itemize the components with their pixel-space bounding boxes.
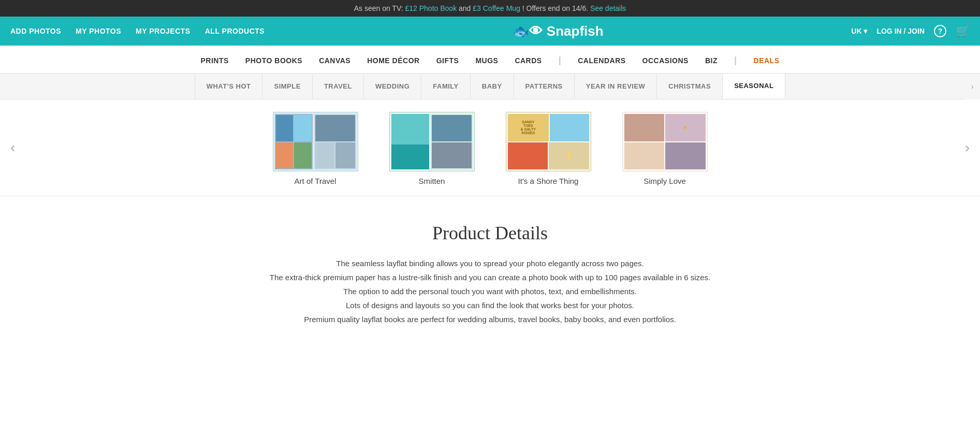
cat-mugs[interactable]: MUGS bbox=[475, 56, 498, 65]
cat-canvas[interactable]: CANVAS bbox=[319, 56, 350, 65]
logo[interactable]: 🐟👁 Snapfish bbox=[513, 23, 604, 39]
chevron-down-icon: ▾ bbox=[864, 27, 867, 35]
cat-biz[interactable]: BIZ bbox=[705, 56, 718, 65]
product-detail-line-1: The seamless layflat binding allows you … bbox=[257, 256, 723, 270]
tab-baby[interactable]: BABY bbox=[471, 74, 514, 98]
theme-tabs: WHAT'S HOT SIMPLE TRAVEL WEDDING FAMILY … bbox=[0, 74, 980, 99]
separator-1: | bbox=[559, 55, 562, 66]
carousel-item-smitten[interactable]: Smitten bbox=[389, 112, 475, 185]
theme-tabs-wrapper: WHAT'S HOT SIMPLE TRAVEL WEDDING FAMILY … bbox=[0, 74, 980, 99]
shore-thing-label: It's a Shore Thing bbox=[518, 177, 579, 185]
carousel-item-simply-love[interactable]: ★ Simply Love bbox=[622, 112, 708, 185]
product-detail-line-2: The extra-thick premium paper has a lust… bbox=[257, 270, 723, 284]
smitten-image bbox=[389, 112, 475, 171]
my-photos-link[interactable]: MY PHOTOS bbox=[76, 27, 121, 35]
tab-year-in-review[interactable]: YEAR IN REVIEW bbox=[575, 74, 657, 98]
logo-fish-icon: 🐟👁 bbox=[513, 23, 543, 39]
see-details-link[interactable]: See details bbox=[590, 4, 626, 12]
carousel-section: ‹ Art of Travel bbox=[0, 99, 980, 196]
tab-travel[interactable]: TRAVEL bbox=[313, 74, 364, 98]
smitten-label: Smitten bbox=[419, 177, 445, 185]
art-of-travel-image bbox=[273, 112, 358, 171]
product-details-section: Product Details The seamless layflat bin… bbox=[0, 196, 980, 357]
region-selector[interactable]: UK ▾ bbox=[851, 27, 867, 35]
carousel-item-art-of-travel[interactable]: Art of Travel bbox=[273, 112, 358, 185]
tab-christmas[interactable]: CHRISTMAS bbox=[657, 74, 723, 98]
cat-cards[interactable]: CARDS bbox=[515, 56, 542, 65]
add-photos-link[interactable]: ADD PHOTOS bbox=[10, 27, 61, 35]
cat-photo-books[interactable]: PHOTO BOOKS bbox=[245, 56, 302, 65]
product-detail-line-3: The option to add the personal touch you… bbox=[257, 284, 723, 298]
tab-seasonal[interactable]: SEASONAL bbox=[723, 74, 785, 99]
announcement-bar: As seen on TV: £12 Photo Book and £3 Cof… bbox=[0, 0, 980, 17]
tab-whats-hot[interactable]: WHAT'S HOT bbox=[195, 74, 263, 98]
tab-scroll-right[interactable]: › bbox=[964, 74, 980, 99]
logo-container: 🐟👁 Snapfish bbox=[265, 23, 851, 39]
carousel-next-button[interactable]: › bbox=[960, 139, 975, 156]
tab-simple[interactable]: SIMPLE bbox=[262, 74, 312, 98]
art-of-travel-label: Art of Travel bbox=[295, 177, 337, 185]
simply-love-label: Simply Love bbox=[643, 177, 686, 185]
separator-2: | bbox=[734, 55, 737, 66]
nav-right: UK ▾ LOG IN / JOIN ? 🛒 bbox=[851, 24, 970, 38]
cart-button[interactable]: 🛒 bbox=[956, 24, 970, 38]
cat-home-decor[interactable]: HOME DÉCOR bbox=[367, 56, 419, 65]
tab-wedding[interactable]: WEDDING bbox=[364, 74, 421, 98]
my-projects-link[interactable]: MY PROJECTS bbox=[136, 27, 191, 35]
nav-left: ADD PHOTOS MY PHOTOS MY PROJECTS ALL PRO… bbox=[10, 27, 265, 35]
tab-patterns[interactable]: PATTERNS bbox=[514, 74, 575, 98]
shore-thing-image: SANDYTOES& SALTYKISSES ⭐ bbox=[506, 112, 591, 171]
cart-icon: 🛒 bbox=[956, 24, 970, 37]
cat-deals[interactable]: DEALS bbox=[754, 56, 780, 65]
simply-love-image: ★ bbox=[622, 112, 708, 171]
main-nav: ADD PHOTOS MY PHOTOS MY PROJECTS ALL PRO… bbox=[0, 17, 980, 46]
product-details-title: Product Details bbox=[10, 222, 970, 244]
announcement-text: As seen on TV: £12 Photo Book and £3 Cof… bbox=[354, 4, 626, 12]
product-detail-line-5: Premium quality layflat books are perfec… bbox=[257, 312, 723, 326]
cat-gifts[interactable]: GIFTS bbox=[436, 56, 459, 65]
product-detail-line-4: Lots of designs and layouts so you can f… bbox=[257, 298, 723, 312]
offer1-link[interactable]: £12 Photo Book bbox=[405, 4, 457, 12]
offer2-link[interactable]: £3 Coffee Mug bbox=[473, 4, 520, 12]
category-nav: PRINTS PHOTO BOOKS CANVAS HOME DÉCOR GIF… bbox=[0, 46, 980, 74]
tab-family[interactable]: FAMILY bbox=[421, 74, 470, 98]
all-products-link[interactable]: ALL PRODUCTS bbox=[205, 27, 265, 35]
login-link[interactable]: LOG IN / JOIN bbox=[876, 27, 925, 35]
carousel-items: Art of Travel Smitten SANDYTOES& SALTYKI… bbox=[273, 112, 708, 185]
help-button[interactable]: ? bbox=[934, 25, 946, 37]
cat-calendars[interactable]: CALENDARS bbox=[578, 56, 625, 65]
carousel-item-shore-thing[interactable]: SANDYTOES& SALTYKISSES ⭐ It's a Shore Th… bbox=[506, 112, 591, 185]
carousel-prev-button[interactable]: ‹ bbox=[5, 139, 20, 156]
cat-prints[interactable]: PRINTS bbox=[201, 56, 229, 65]
cat-occasions[interactable]: OCCASIONS bbox=[642, 56, 689, 65]
